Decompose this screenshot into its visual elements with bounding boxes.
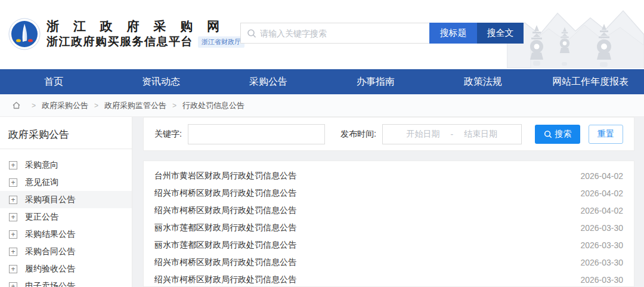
- sidebar-item[interactable]: + 采购意向: [0, 156, 132, 174]
- announcement-date: 2026-03-30: [580, 275, 623, 285]
- sidebar-title: 政府采购公告: [0, 124, 132, 149]
- sidebar-item[interactable]: + 履约验收公告: [0, 260, 132, 277]
- sidebar-item[interactable]: + 意见征询: [0, 174, 132, 191]
- sidebar-item-label: 电子卖场公告: [25, 281, 75, 287]
- announcement-title[interactable]: 绍兴市柯桥区财政局行政处罚信息公告: [154, 257, 296, 268]
- site-title: 浙 江 政 府 采 购 网: [47, 18, 244, 34]
- sidebar-item-label: 更正公告: [25, 212, 58, 223]
- list-item[interactable]: 绍兴市柯桥区财政局行政处罚信息公告 2026-03-30: [154, 254, 623, 271]
- date-start-placeholder[interactable]: 开始日期: [406, 129, 439, 140]
- filter-bar: 关键字: 发布时间: 开始日期 - 结束日期 搜索 重置: [143, 117, 634, 151]
- announcement-list: 台州市黄岩区财政局行政处罚信息公告 2026-04-02 绍兴市柯桥区财政局行政…: [143, 161, 634, 287]
- announcement-title[interactable]: 绍兴市柯桥区财政局行政处罚信息公告: [154, 205, 296, 216]
- expand-plus-icon[interactable]: +: [9, 248, 17, 256]
- announcement-title[interactable]: 台州市黄岩区财政局行政处罚信息公告: [154, 171, 296, 181]
- header-search-group: 搜标题 搜全文: [240, 23, 524, 44]
- keyword-input[interactable]: [188, 124, 325, 144]
- nav-item-label: 采购公告: [249, 76, 287, 88]
- breadcrumb-item: > 政府采购公告: [26, 100, 88, 111]
- nav-item[interactable]: 办事指南: [322, 69, 429, 94]
- sidebar-item-label: 意见征询: [25, 177, 58, 188]
- westlake-watermark-image: [507, 0, 644, 68]
- expand-plus-icon[interactable]: +: [9, 178, 17, 187]
- nav-item-label: 网站工作年度报表: [552, 76, 628, 88]
- sidebar-item-label: 履约验收公告: [25, 264, 75, 274]
- breadcrumb-separator: >: [94, 101, 98, 110]
- expand-plus-icon[interactable]: +: [9, 230, 17, 239]
- site-subtitle: 浙江政府购买服务信息平台: [47, 34, 193, 50]
- sidebar-item-label: 采购合同公告: [25, 246, 75, 257]
- search-title-button[interactable]: 搜标题: [429, 23, 477, 44]
- site-title-block: 浙 江 政 府 采 购 网 浙江政府购买服务信息平台 浙江省财政厅: [47, 18, 244, 50]
- breadcrumb-item: > 政府采购监管公告: [88, 100, 166, 111]
- announcement-date: 2026-03-30: [580, 258, 623, 267]
- sidebar-item-label: 采购结果公告: [25, 229, 75, 240]
- home-icon[interactable]: [12, 101, 21, 110]
- list-item[interactable]: 绍兴市柯桥区财政局行政处罚信息公告 2026-04-02: [154, 202, 623, 219]
- sidebar-item[interactable]: + 采购结果公告: [0, 226, 132, 243]
- header-search-input[interactable]: [241, 23, 429, 43]
- header-search-box: [240, 23, 429, 44]
- sidebar-item[interactable]: + 采购合同公告: [0, 243, 132, 260]
- nav-item[interactable]: 政策法规: [429, 69, 537, 94]
- announcement-date: 2026-03-30: [580, 240, 623, 250]
- main-panel: 关键字: 发布时间: 开始日期 - 结束日期 搜索 重置 台州市: [143, 117, 634, 287]
- announcement-title[interactable]: 绍兴市柯桥区财政局行政处罚信息公告: [154, 274, 296, 285]
- reset-button[interactable]: 重置: [589, 125, 623, 144]
- expand-plus-icon[interactable]: +: [9, 161, 17, 169]
- search-icon: [247, 29, 256, 38]
- sidebar-list: + 采购意向 + 意见征询 + 采购项目公告 + 更正公告: [0, 149, 132, 287]
- site-header: 浙 江 政 府 采 购 网 浙江政府购买服务信息平台 浙江省财政厅 搜标题 搜全…: [0, 0, 644, 69]
- search-icon: [544, 130, 552, 138]
- breadcrumb-separator: >: [32, 101, 36, 110]
- date-end-placeholder[interactable]: 结束日期: [464, 129, 497, 140]
- expand-plus-icon[interactable]: +: [9, 282, 17, 287]
- list-item[interactable]: 台州市黄岩区财政局行政处罚信息公告 2026-04-02: [154, 167, 623, 184]
- breadcrumb: > 政府采购公告 > 政府采购监管公告 > 行政处罚信息公告: [0, 94, 644, 117]
- nav-item[interactable]: 资讯动态: [107, 69, 215, 94]
- list-item[interactable]: 丽水市莲都区财政局行政处罚信息公告 2026-03-30: [154, 236, 623, 254]
- finance-dept-badge: 浙江省财政厅: [198, 36, 244, 48]
- announcement-title[interactable]: 丽水市莲都区财政局行政处罚信息公告: [154, 223, 296, 233]
- sidebar-item[interactable]: + 更正公告: [0, 208, 132, 226]
- announcement-title[interactable]: 丽水市莲都区财政局行政处罚信息公告: [154, 240, 296, 251]
- breadcrumb-label[interactable]: 政府采购公告: [42, 100, 88, 111]
- nav-item[interactable]: 网站工作年度报表: [537, 69, 644, 94]
- breadcrumb-label[interactable]: 行政处罚信息公告: [182, 100, 244, 111]
- content-area: 政府采购公告 + 采购意向 + 意见征询 + 采购项目公告: [0, 117, 644, 287]
- main-nav: 首页 资讯动态 采购公告 办事指南 政策法规 网站工作年度报表: [0, 69, 644, 94]
- nav-item-label: 办事指南: [357, 76, 395, 88]
- nav-item[interactable]: 采购公告: [215, 69, 322, 94]
- breadcrumb-separator: >: [172, 101, 177, 110]
- sidebar-item-label: 采购项目公告: [25, 195, 75, 205]
- expand-plus-icon[interactable]: +: [9, 265, 17, 273]
- announcement-date: 2026-03-30: [580, 223, 623, 233]
- search-fulltext-button[interactable]: 搜全文: [477, 23, 524, 44]
- sidebar-item-label: 采购意向: [25, 160, 58, 171]
- date-separator: -: [450, 129, 453, 139]
- keyword-label: 关键字:: [154, 129, 182, 140]
- nav-item-label: 首页: [44, 76, 63, 88]
- nav-item[interactable]: 首页: [0, 69, 107, 94]
- announcement-date: 2026-04-02: [580, 189, 623, 198]
- sidebar-item[interactable]: + 电子卖场公告: [0, 277, 132, 287]
- list-item[interactable]: 丽水市莲都区财政局行政处罚信息公告 2026-03-30: [154, 219, 623, 236]
- sidebar: 政府采购公告 + 采购意向 + 意见征询 + 采购项目公告: [0, 117, 132, 287]
- announcement-title[interactable]: 绍兴市柯桥区财政局行政处罚信息公告: [154, 188, 296, 199]
- breadcrumb-label[interactable]: 政府采购监管公告: [104, 100, 166, 111]
- list-item[interactable]: 绍兴市柯桥区财政局行政处罚信息公告 2026-03-30: [154, 271, 623, 287]
- site-logo: [8, 18, 41, 50]
- breadcrumb-item: > 行政处罚信息公告: [166, 100, 244, 111]
- search-button-label: 搜索: [555, 129, 572, 140]
- search-button[interactable]: 搜索: [535, 125, 580, 144]
- announcement-date: 2026-04-02: [580, 171, 623, 181]
- nav-item-label: 政策法规: [464, 76, 502, 88]
- list-item[interactable]: 绍兴市柯桥区财政局行政处罚信息公告 2026-04-02: [154, 184, 623, 202]
- announcement-date: 2026-04-02: [580, 206, 623, 215]
- nav-item-label: 资讯动态: [142, 76, 180, 88]
- expand-plus-icon[interactable]: +: [9, 196, 17, 204]
- date-range-picker[interactable]: 开始日期 - 结束日期: [382, 124, 522, 144]
- sidebar-item[interactable]: + 采购项目公告: [0, 191, 132, 208]
- expand-plus-icon[interactable]: +: [9, 213, 17, 221]
- publish-date-label: 发布时间:: [340, 129, 376, 140]
